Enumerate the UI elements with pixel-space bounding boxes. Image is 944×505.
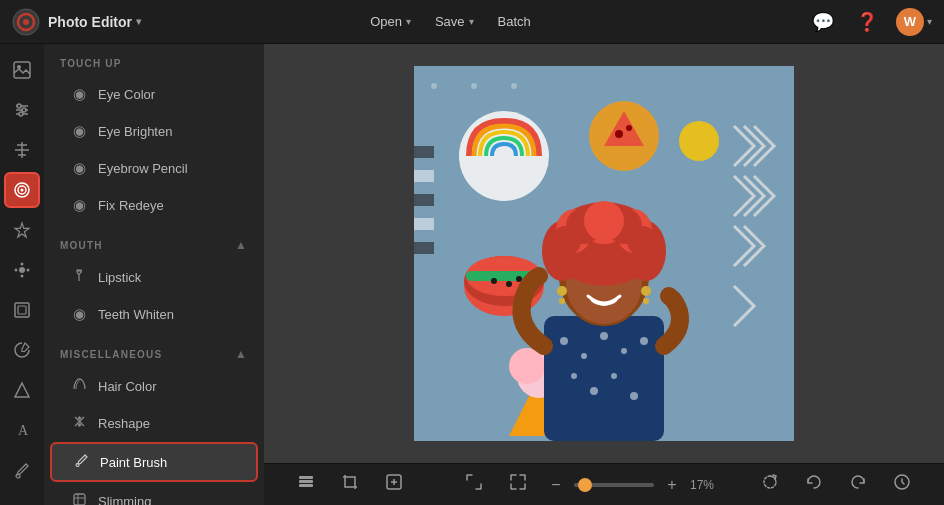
paint-brush-icon bbox=[72, 453, 90, 471]
teeth-whiten-icon: ◉ bbox=[70, 305, 88, 323]
chat-icon-button[interactable]: 💬 bbox=[808, 7, 838, 37]
svg-rect-36 bbox=[414, 146, 434, 158]
canvas-area: − + 17% bbox=[264, 44, 944, 505]
sidebar-item-slimming[interactable]: Slimming bbox=[50, 483, 258, 505]
sidebar-item-paint-brush[interactable]: Paint Brush bbox=[50, 442, 258, 482]
iconbar-shape[interactable] bbox=[4, 372, 40, 408]
history-button[interactable] bbox=[886, 468, 918, 501]
iconbar-stickers[interactable] bbox=[4, 332, 40, 368]
open-button[interactable]: Open ▾ bbox=[360, 10, 421, 33]
svg-rect-39 bbox=[414, 218, 434, 230]
zoom-slider[interactable] bbox=[574, 483, 654, 487]
mouth-collapse-icon[interactable]: ▲ bbox=[235, 238, 248, 252]
svg-point-50 bbox=[506, 281, 512, 287]
svg-point-28 bbox=[76, 464, 79, 467]
iconbar-effects[interactable] bbox=[4, 252, 40, 288]
svg-point-8 bbox=[17, 104, 21, 108]
svg-point-21 bbox=[15, 269, 18, 272]
iconbar-adjust[interactable] bbox=[4, 92, 40, 128]
sidebar-item-lipstick[interactable]: Lipstick bbox=[50, 259, 258, 295]
bottom-bar: − + 17% bbox=[264, 463, 944, 505]
misc-header: MISCELLANEOUS ▲ bbox=[44, 333, 264, 367]
svg-point-67 bbox=[611, 373, 617, 379]
svg-point-62 bbox=[600, 332, 608, 340]
save-button[interactable]: Save ▾ bbox=[425, 10, 484, 33]
fix-redeye-icon: ◉ bbox=[70, 196, 88, 214]
svg-point-19 bbox=[21, 263, 24, 266]
touch-up-header: TOUCH UP bbox=[44, 44, 264, 75]
batch-button[interactable]: Batch bbox=[488, 10, 541, 33]
svg-marker-25 bbox=[15, 383, 29, 397]
help-icon-button[interactable]: ❓ bbox=[852, 7, 882, 37]
iconbar-image[interactable] bbox=[4, 52, 40, 88]
photo-svg bbox=[414, 66, 794, 441]
svg-point-64 bbox=[640, 337, 648, 345]
zoom-plus-button[interactable]: + bbox=[662, 476, 682, 494]
iconbar-sliders[interactable] bbox=[4, 132, 40, 168]
svg-point-17 bbox=[21, 189, 24, 192]
eyebrow-pencil-icon: ◉ bbox=[70, 159, 88, 177]
main-area: A TOUCH UP ◉ Eye Color ◉ Eye Brighten ◉ … bbox=[0, 44, 944, 505]
svg-point-49 bbox=[491, 278, 497, 284]
export-button[interactable] bbox=[378, 468, 410, 501]
iconbar-retouch[interactable] bbox=[4, 172, 40, 208]
topbar-center: Open ▾ Save ▾ Batch bbox=[93, 10, 808, 33]
hair-color-icon bbox=[70, 377, 88, 395]
svg-point-43 bbox=[615, 130, 623, 138]
sidebar-item-hair-color[interactable]: Hair Color bbox=[50, 368, 258, 404]
svg-point-35 bbox=[511, 83, 517, 89]
sidebar-item-reshape[interactable]: Reshape bbox=[50, 405, 258, 441]
svg-rect-93 bbox=[299, 476, 313, 479]
svg-point-20 bbox=[21, 275, 24, 278]
slimming-icon bbox=[70, 492, 88, 505]
zoom-minus-button[interactable]: − bbox=[546, 476, 566, 494]
resize-button[interactable] bbox=[458, 468, 490, 501]
zoom-controls: − + 17% bbox=[546, 476, 722, 494]
sidebar-item-teeth-whiten[interactable]: ◉ Teeth Whiten bbox=[50, 296, 258, 332]
svg-rect-24 bbox=[18, 306, 26, 314]
misc-collapse-icon[interactable]: ▲ bbox=[235, 347, 248, 361]
lipstick-icon bbox=[70, 268, 88, 286]
app-logo bbox=[12, 8, 40, 36]
iconbar-brush[interactable] bbox=[4, 452, 40, 488]
svg-point-34 bbox=[471, 83, 477, 89]
fullscreen-button[interactable] bbox=[502, 468, 534, 501]
photo-frame bbox=[414, 66, 794, 441]
svg-point-44 bbox=[626, 125, 632, 131]
svg-point-79 bbox=[643, 298, 649, 304]
sidebar-item-eyebrow-pencil[interactable]: ◉ Eyebrow Pencil bbox=[50, 150, 258, 186]
svg-point-78 bbox=[641, 286, 651, 296]
canvas-container[interactable] bbox=[264, 44, 944, 463]
mouth-header: MouTH ▲ bbox=[44, 224, 264, 258]
crop-button[interactable] bbox=[334, 468, 366, 501]
undo-button[interactable] bbox=[798, 468, 830, 501]
avatar-chevron: ▾ bbox=[927, 16, 932, 27]
avatar-wrap[interactable]: W ▾ bbox=[896, 8, 932, 36]
eye-color-icon: ◉ bbox=[70, 85, 88, 103]
sidebar-item-eye-color[interactable]: ◉ Eye Color bbox=[50, 76, 258, 112]
svg-point-63 bbox=[621, 348, 627, 354]
rotate-cw-button[interactable] bbox=[754, 468, 786, 501]
topbar-right: 💬 ❓ W ▾ bbox=[808, 7, 932, 37]
zoom-percent: 17% bbox=[690, 478, 722, 492]
svg-rect-40 bbox=[414, 242, 434, 254]
iconbar-text[interactable]: A bbox=[4, 412, 40, 448]
svg-point-2 bbox=[23, 19, 29, 25]
svg-point-58 bbox=[679, 121, 719, 161]
svg-point-9 bbox=[22, 108, 26, 112]
iconbar-frames[interactable] bbox=[4, 292, 40, 328]
redo-button[interactable] bbox=[842, 468, 874, 501]
svg-rect-38 bbox=[414, 194, 434, 206]
svg-rect-23 bbox=[15, 303, 29, 317]
svg-point-77 bbox=[559, 298, 565, 304]
svg-text:A: A bbox=[18, 423, 29, 438]
icon-bar: A bbox=[0, 44, 44, 505]
svg-rect-37 bbox=[414, 170, 434, 182]
svg-point-66 bbox=[590, 387, 598, 395]
svg-rect-29 bbox=[74, 494, 85, 505]
iconbar-star[interactable] bbox=[4, 212, 40, 248]
sidebar-item-eye-brighten[interactable]: ◉ Eye Brighten bbox=[50, 113, 258, 149]
layers-button[interactable] bbox=[290, 468, 322, 501]
sidebar-item-fix-redeye[interactable]: ◉ Fix Redeye bbox=[50, 187, 258, 223]
svg-point-22 bbox=[27, 269, 30, 272]
